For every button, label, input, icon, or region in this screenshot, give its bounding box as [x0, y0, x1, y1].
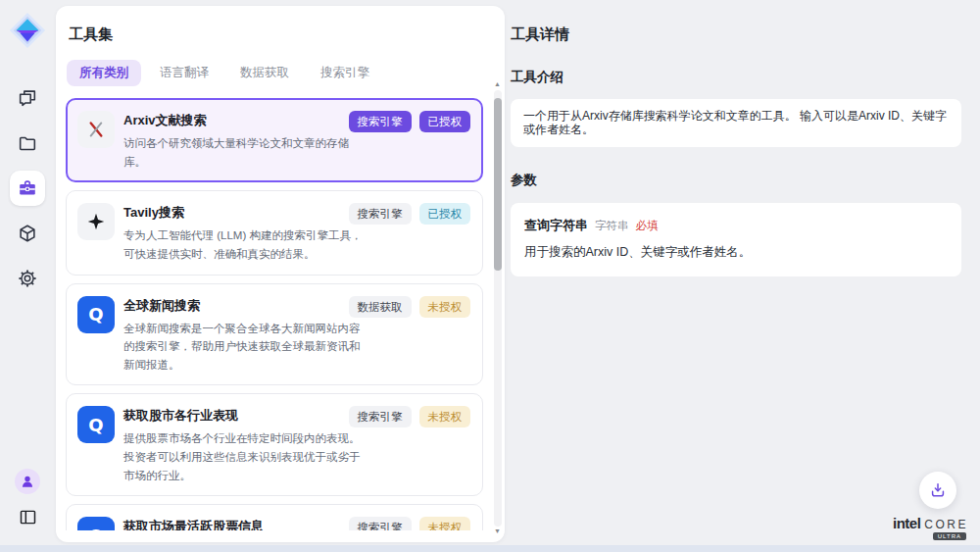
star-icon [77, 203, 115, 240]
param-description: 用于搜索的Arxiv ID、关键字或作者姓名。 [524, 244, 948, 261]
auth-badge: 未授权 [419, 296, 471, 318]
tab-语言翻译[interactable]: 语言翻译 [147, 60, 221, 86]
scroll-up-icon[interactable]: ▲ [494, 80, 501, 89]
scrollbar-thumb[interactable] [494, 98, 502, 271]
tool-description: 提供股票市场各个行业在特定时间段内的表现。投资者可以利用这些信息来识别表现优于或… [123, 429, 370, 484]
q-blue-icon: Q [77, 296, 115, 333]
cube-icon[interactable] [10, 216, 45, 251]
tools-panel: 工具集 所有类别语言翻译数据获取搜索引擎 Arxiv文献搜索 搜索引擎 已授权 … [56, 6, 505, 542]
tab-搜索引擎[interactable]: 搜索引擎 [308, 60, 382, 86]
intel-wordmark: intel [893, 515, 920, 531]
category-badge: 搜索引擎 [349, 406, 412, 427]
category-badge: 数据获取 [349, 296, 412, 318]
q-blue-icon: Q [77, 517, 115, 530]
ultra-badge: ULTRA [933, 532, 966, 540]
auth-badge: 已授权 [419, 111, 471, 132]
arxiv-icon [77, 111, 115, 148]
user-avatar[interactable] [15, 469, 40, 494]
core-wordmark: core [924, 518, 968, 531]
scroll-down-icon[interactable]: ▼ [494, 527, 501, 536]
auth-badge: 已授权 [419, 203, 471, 225]
tool-details-panel: 工具详情 工具介绍 一个用于从Arxiv存储库搜索科学论文和文章的工具。 输入可… [511, 0, 961, 276]
chat-icon[interactable] [10, 80, 45, 116]
tool-card[interactable]: Q 全球新闻搜索 数据获取 未授权 全球新闻搜索是一个聚合全球各大新闻网站内容的… [66, 283, 483, 386]
category-badge: 搜索引擎 [349, 517, 412, 530]
window-bottom-strip [0, 545, 980, 552]
tool-description: 访问各个研究领域大量科学论文和文章的存储库。 [123, 134, 370, 171]
params-heading: 参数 [511, 172, 961, 189]
auth-badge: 未授权 [419, 517, 471, 530]
tab-数据获取[interactable]: 数据获取 [227, 60, 302, 86]
scrollbar-track[interactable] [494, 90, 502, 527]
tools-panel-title: 工具集 [69, 25, 491, 44]
app-logo-icon [9, 12, 46, 49]
intro-text: 一个用于从Arxiv存储库搜索科学论文和文章的工具。 输入可以是Arxiv ID… [511, 99, 961, 147]
sidebar-nav [10, 80, 45, 296]
tab-所有类别[interactable]: 所有类别 [67, 60, 141, 86]
param-required-badge: 必填 [636, 219, 659, 233]
tool-card[interactable]: Q 获取股市各行业表现 搜索引擎 未授权 提供股票市场各个行业在特定时间段内的表… [66, 393, 483, 496]
tool-description: 全球新闻搜索是一个聚合全球各大新闻网站内容的搜索引擎，帮助用户快速获取全球最新资… [123, 320, 370, 375]
toolbox-icon[interactable] [10, 171, 45, 206]
panel-toggle-icon[interactable] [13, 502, 42, 531]
category-badge: 搜索引擎 [349, 111, 412, 132]
param-name: 查询字符串 [524, 217, 588, 234]
param-type: 字符串 [595, 219, 629, 233]
sidebar [0, 0, 55, 545]
q-blue-icon: Q [77, 406, 115, 443]
intro-heading: 工具介绍 [511, 69, 961, 86]
download-button[interactable] [919, 472, 956, 509]
details-title: 工具详情 [511, 25, 961, 44]
param-card: 查询字符串 字符串 必填 用于搜索的Arxiv ID、关键字或作者姓名。 [511, 203, 961, 276]
tool-card[interactable]: Q 获取市场最活跃股票信息 搜索引擎 未授权 提供当天交易量最高的股票列表，投资… [66, 504, 483, 530]
auth-badge: 未授权 [419, 406, 471, 427]
tool-card[interactable]: Tavily搜索 搜索引擎 已授权 专为人工智能代理 (LLM) 构建的搜索引擎… [66, 190, 483, 275]
list-scrollbar[interactable]: ▲ ▼ [492, 80, 503, 536]
tool-list: Arxiv文献搜索 搜索引擎 已授权 访问各个研究领域大量科学论文和文章的存储库… [66, 98, 491, 530]
gear-icon[interactable] [10, 261, 45, 296]
download-icon [928, 480, 948, 500]
folder-icon[interactable] [10, 125, 45, 161]
tool-description: 专为人工智能代理 (LLM) 构建的搜索引擎工具，可快速提供实时、准确和真实的结… [123, 226, 370, 263]
category-badge: 搜索引擎 [349, 203, 412, 225]
tool-card[interactable]: Arxiv文献搜索 搜索引擎 已授权 访问各个研究领域大量科学论文和文章的存储库… [66, 98, 483, 182]
category-tabs: 所有类别语言翻译数据获取搜索引擎 [67, 60, 491, 86]
intel-core-logo: intel core ULTRA [893, 515, 968, 540]
